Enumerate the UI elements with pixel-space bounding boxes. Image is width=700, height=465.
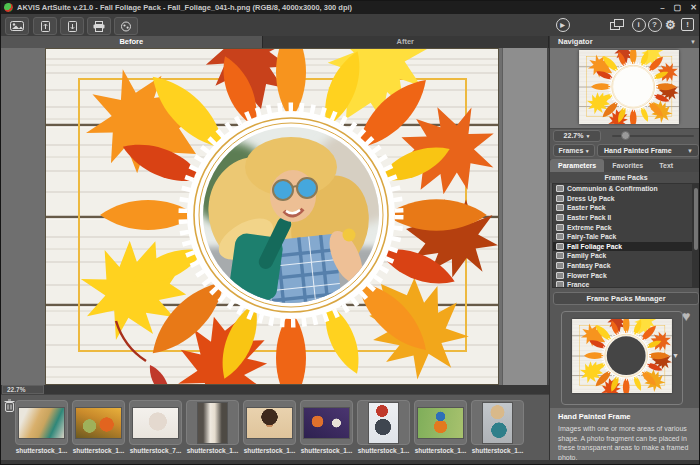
tab-before[interactable]: Before — [1, 36, 263, 48]
frame-pack-label: Dress Up Pack — [567, 195, 615, 202]
filmstrip-item[interactable]: shutterstock_1... — [15, 400, 68, 454]
app-window: AKVIS ArtSuite v.21.0 - Fall Foliage Pac… — [0, 0, 700, 465]
filmstrip-item[interactable]: shutterstock_7... — [129, 400, 182, 454]
workspace-panels-icon[interactable] — [608, 16, 625, 33]
import-file-icon[interactable] — [33, 17, 57, 35]
filmstrip-item[interactable]: shutterstock_1... — [243, 400, 296, 454]
image-canvas[interactable] — [1, 48, 549, 385]
frame-pack-icon — [556, 224, 564, 231]
frame-pack-label: Extreme Pack — [567, 224, 612, 231]
tab-parameters[interactable]: Parameters — [550, 159, 604, 172]
run-button[interactable]: ▶ — [554, 16, 571, 33]
filmstrip-photo[interactable] — [418, 408, 463, 438]
frame-info-description: Images with one or more areas of various… — [558, 424, 694, 462]
navigator-title: Navigator — [558, 37, 593, 46]
share-icon[interactable] — [114, 17, 138, 35]
filmstrip-label: shutterstock_1... — [471, 447, 524, 454]
filmstrip-photo[interactable] — [133, 408, 178, 438]
filmstrip-tiles: shutterstock_1... shutterstock_1... shut… — [15, 400, 524, 454]
filmstrip-item[interactable]: shutterstock_1... — [72, 400, 125, 454]
frame-pack-icon — [556, 243, 564, 250]
frame-packs-manager-button[interactable]: Frame Packs Manager — [553, 292, 699, 305]
filmstrip-photo[interactable] — [198, 403, 227, 443]
filmstrip-label: shutterstock_1... — [414, 447, 467, 454]
frame-pack-icon — [556, 252, 564, 259]
frame-pack-label: Fall Foliage Pack — [567, 243, 622, 250]
right-panel: Navigator ▼ 22.7% ▼ Frames ▼ Hand Painte… — [549, 36, 700, 460]
print-icon[interactable] — [87, 17, 111, 35]
frame-pack-label: Fantasy Pack — [567, 262, 610, 269]
filmstrip-photo[interactable] — [483, 403, 512, 443]
preferences-gear-icon[interactable]: ⚙ — [662, 16, 679, 33]
navigator-thumbnail[interactable] — [579, 50, 679, 124]
frame-pack-item[interactable]: Fairy-Tale Pack — [553, 232, 692, 242]
navigator-header[interactable]: Navigator ▼ — [550, 36, 700, 48]
filmstrip-item[interactable]: shutterstock_1... — [186, 400, 239, 454]
trash-icon[interactable] — [4, 399, 15, 412]
tab-after[interactable]: After — [263, 36, 549, 48]
list-scrollbar-thumb[interactable] — [694, 188, 698, 250]
navigator-collapse-icon[interactable]: ▼ — [690, 36, 696, 48]
window-bottom-edge — [1, 460, 700, 465]
frame-pack-item[interactable]: Easter Pack — [553, 203, 692, 213]
filmstrip-item[interactable]: shutterstock_1... — [357, 400, 410, 454]
frame-pack-label: Family Pack — [567, 252, 606, 259]
filmstrip-photo[interactable] — [247, 408, 292, 438]
info-icon[interactable]: i — [630, 16, 647, 33]
frame-pack-label: Fairy-Tale Pack — [567, 233, 616, 240]
filmstrip-item[interactable]: shutterstock_1... — [471, 400, 524, 454]
open-image-icon[interactable] — [5, 17, 29, 35]
help-icon[interactable]: ? — [646, 16, 663, 33]
canvas-vertical-scrollbar[interactable] — [502, 48, 548, 385]
filmstrip-photo[interactable] — [369, 403, 398, 443]
feedback-icon[interactable]: ! — [679, 16, 696, 33]
frame-type-select[interactable]: Hand Painted Frame ▼ — [597, 144, 699, 157]
frame-pack-item[interactable]: Fantasy Pack — [553, 261, 692, 271]
minimize-button[interactable]: – — [660, 1, 664, 14]
frames-mode-button[interactable]: Frames ▼ — [553, 144, 595, 157]
zoom-value: 22.7% — [564, 132, 584, 139]
filmstrip-label: shutterstock_7... — [129, 447, 182, 454]
frame-pack-item[interactable]: Fall Foliage Pack — [553, 242, 692, 252]
filmstrip-photo[interactable] — [304, 408, 349, 438]
frame-pack-item[interactable]: Flower Pack — [553, 270, 692, 280]
preview-next-icon[interactable]: ▼ — [672, 352, 679, 359]
save-file-icon[interactable] — [60, 17, 84, 35]
frame-pack-label: Flower Pack — [567, 272, 607, 279]
filmstrip-item[interactable]: shutterstock_1... — [300, 400, 353, 454]
edited-image[interactable] — [46, 49, 498, 384]
frame-pack-item[interactable]: Easter Pack II — [553, 213, 692, 223]
frame-pack-item[interactable]: Family Pack — [553, 251, 692, 261]
navigator-preview[interactable] — [550, 48, 700, 129]
frame-preview-box[interactable]: ▼ — [561, 311, 683, 405]
frame-pack-icon — [556, 195, 564, 202]
favorite-heart-icon[interactable]: ♥ — [682, 309, 690, 323]
filmstrip-label: shutterstock_1... — [300, 447, 353, 454]
filmstrip: shutterstock_1... shutterstock_1... shut… — [1, 394, 549, 461]
title-bar: AKVIS ArtSuite v.21.0 - Fall Foliage Pac… — [1, 1, 700, 14]
filmstrip-item[interactable]: shutterstock_1... — [414, 400, 467, 454]
frame-packs-list[interactable]: Communion & Confirmation Dress Up Pack E… — [552, 183, 693, 288]
frame-preview-thumbnail[interactable] — [572, 319, 672, 393]
frame-pack-item[interactable]: Extreme Pack — [553, 222, 692, 232]
filmstrip-label: shutterstock_1... — [72, 447, 125, 454]
frame-pack-icon — [556, 281, 564, 288]
frame-pack-label: France — [567, 281, 589, 288]
zoom-slider-knob[interactable] — [621, 131, 630, 140]
filmstrip-label: shutterstock_1... — [186, 447, 239, 454]
frame-pack-item[interactable]: Dress Up Pack — [553, 194, 692, 204]
filmstrip-photo[interactable] — [19, 408, 64, 438]
frame-pack-item[interactable]: Communion & Confirmation — [553, 184, 692, 194]
filmstrip-photo[interactable] — [76, 408, 121, 438]
app-logo-icon — [4, 3, 13, 12]
status-zoom-value[interactable]: 22.7% — [2, 385, 44, 394]
frame-pack-label: Communion & Confirmation — [567, 185, 658, 192]
frame-pack-item[interactable]: France — [553, 280, 692, 288]
main-toolbar: ▶ i ? ⚙ ! — [1, 14, 700, 37]
maximize-button[interactable]: ▢ — [674, 1, 682, 14]
zoom-select[interactable]: 22.7% ▼ — [553, 130, 601, 142]
tab-text[interactable]: Text — [651, 159, 681, 172]
close-button[interactable]: ✕ — [690, 1, 697, 14]
filmstrip-label: shutterstock_1... — [15, 447, 68, 454]
tab-favorites[interactable]: Favorites — [604, 159, 651, 172]
